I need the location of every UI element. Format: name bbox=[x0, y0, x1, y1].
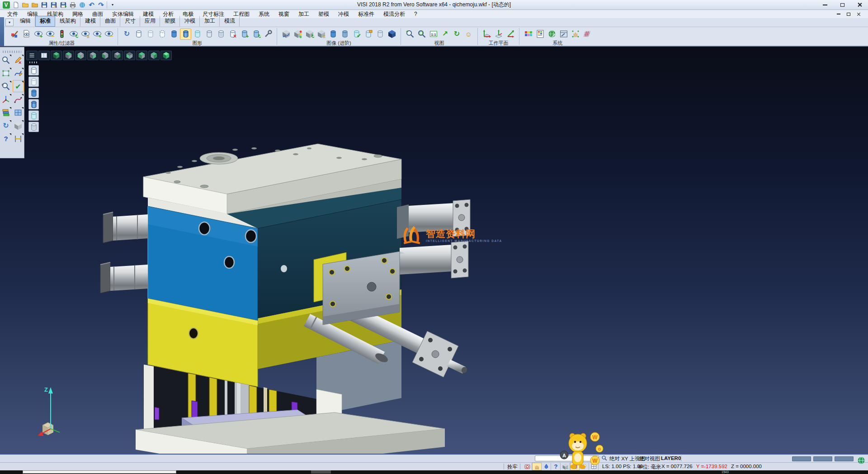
right-view-cube-icon[interactable] bbox=[87, 51, 99, 60]
striped-view-icon[interactable] bbox=[339, 28, 350, 40]
filter-add-icon[interactable]: + bbox=[33, 28, 44, 40]
workplane-align-icon[interactable] bbox=[493, 28, 504, 40]
status-swatch-0[interactable] bbox=[792, 456, 811, 461]
zoom-extents-icon[interactable]: ↗ bbox=[439, 28, 451, 40]
filter-plusminus-icon[interactable]: ± bbox=[80, 28, 91, 40]
selection-frame-icon[interactable] bbox=[0, 67, 12, 79]
ribbon-tab-6[interactable]: 应用 bbox=[140, 16, 160, 27]
tagged-view-icon[interactable] bbox=[363, 28, 374, 40]
options-panel-icon[interactable] bbox=[558, 28, 569, 40]
zoom-window-icon[interactable] bbox=[416, 28, 427, 40]
grab-icon[interactable] bbox=[532, 463, 542, 470]
view-menu-icon[interactable] bbox=[26, 51, 38, 60]
attributes-palette-icon[interactable] bbox=[0, 106, 12, 118]
menu-item-17[interactable]: 模流分析 bbox=[379, 10, 410, 18]
view-window-icon[interactable] bbox=[13, 106, 24, 118]
hidden-line-cylinder-icon[interactable] bbox=[145, 28, 156, 40]
grid-settings-icon[interactable] bbox=[581, 28, 593, 40]
save-copy-icon[interactable]: + bbox=[59, 0, 67, 9]
solid-view-icon[interactable] bbox=[327, 28, 339, 40]
print-icon[interactable] bbox=[68, 0, 77, 9]
measure-distance-icon[interactable] bbox=[13, 133, 24, 145]
render-refresh-icon[interactable]: ↻ bbox=[304, 28, 315, 40]
filter-refresh-icon[interactable]: ↻ bbox=[68, 28, 79, 40]
back-view-cube-icon[interactable] bbox=[112, 51, 123, 60]
hatched-display-icon[interactable] bbox=[28, 122, 39, 132]
erase-pencil-icon[interactable]: × bbox=[13, 54, 24, 66]
minimize-button[interactable] bbox=[816, 0, 834, 9]
show-entities-icon[interactable]: + bbox=[91, 28, 103, 40]
ribbon-tab-8[interactable]: 冲模 bbox=[180, 16, 200, 27]
save-icon[interactable] bbox=[40, 0, 48, 9]
transparent-display-icon[interactable] bbox=[28, 110, 39, 121]
menu-item-12[interactable]: 视窗 bbox=[274, 10, 294, 18]
status-help-icon[interactable]: ? bbox=[551, 463, 561, 470]
iso-front-cube-icon[interactable] bbox=[136, 51, 147, 60]
left-view-cube-icon[interactable] bbox=[99, 51, 111, 60]
sketch-spline-icon[interactable] bbox=[13, 67, 24, 79]
zoom-1-1-icon[interactable]: 1:1 bbox=[428, 28, 439, 40]
graphics-settings-icon[interactable] bbox=[262, 28, 274, 40]
bottom-view-cube-icon[interactable] bbox=[124, 51, 135, 60]
iso-back-cube-icon[interactable] bbox=[148, 51, 160, 60]
workplane-move-icon[interactable] bbox=[505, 28, 516, 40]
regen-refresh-icon[interactable]: ↻ bbox=[0, 119, 12, 132]
curve-edit-icon[interactable] bbox=[13, 93, 24, 105]
ribbon-tab-0[interactable]: 编辑 bbox=[15, 16, 35, 27]
panel-drag-handle[interactable] bbox=[3, 51, 21, 53]
redo-icon[interactable]: ↷ bbox=[97, 0, 105, 9]
render-curve-icon[interactable] bbox=[280, 28, 292, 40]
mdi-close-button[interactable] bbox=[854, 11, 863, 17]
undo-icon[interactable]: ↶ bbox=[87, 0, 96, 9]
render-traffic-icon[interactable] bbox=[292, 28, 303, 40]
layer-manager-icon[interactable] bbox=[534, 28, 546, 40]
menu-item-18[interactable]: ? bbox=[410, 11, 422, 17]
preview-magnifier-icon[interactable] bbox=[0, 54, 12, 66]
status-swatch-2[interactable] bbox=[835, 456, 854, 461]
menu-item-11[interactable]: 系统 bbox=[254, 10, 274, 18]
front-view-cube-icon[interactable] bbox=[75, 51, 86, 60]
3d-viewport[interactable] bbox=[0, 46, 868, 454]
hide-entities-icon[interactable]: − bbox=[103, 28, 114, 40]
ribbon-tab-9[interactable]: 加工 bbox=[200, 16, 220, 27]
ucs-axes-icon[interactable] bbox=[0, 93, 12, 105]
zoom-in-icon[interactable]: + bbox=[404, 28, 415, 40]
mdi-restore-button[interactable] bbox=[844, 11, 854, 17]
hatched-cylinder-icon[interactable] bbox=[215, 28, 226, 40]
import-file-icon[interactable] bbox=[30, 0, 39, 9]
snap-settings-icon[interactable] bbox=[570, 28, 581, 40]
shaded-edges-cylinder-icon[interactable] bbox=[180, 28, 191, 40]
ink-icon[interactable] bbox=[542, 463, 551, 470]
taskbar-window-fragment[interactable] bbox=[23, 470, 176, 474]
wire-view-icon[interactable] bbox=[374, 28, 386, 40]
close-button[interactable] bbox=[851, 0, 868, 9]
shaded-green-cube-icon[interactable] bbox=[160, 51, 172, 60]
ribbon-tab-7[interactable]: 塑膜 bbox=[160, 16, 180, 27]
ribbon-tab-3[interactable]: 建模 bbox=[80, 16, 100, 27]
ribbon-tab-2[interactable]: 线架构 bbox=[55, 16, 80, 27]
help-question-icon[interactable]: ? bbox=[0, 133, 12, 145]
view-refresh-icon[interactable]: ↻ bbox=[451, 28, 462, 40]
visi-logo[interactable]: V bbox=[2, 0, 10, 9]
filter-traffic-light-icon[interactable] bbox=[56, 28, 67, 40]
tab-options-dropdown[interactable]: ▾ bbox=[5, 19, 14, 26]
shaded-cylinder-icon[interactable] bbox=[168, 28, 179, 40]
outline-cylinder-icon[interactable] bbox=[203, 28, 215, 40]
shaded-edges-display-icon[interactable] bbox=[28, 99, 39, 109]
maximize-button[interactable] bbox=[834, 0, 851, 9]
color-palette-icon[interactable] bbox=[523, 28, 534, 40]
layer-indicator[interactable]: LAYER0 bbox=[661, 455, 681, 461]
shaded-display-icon[interactable] bbox=[28, 88, 39, 98]
status-swatch-1[interactable] bbox=[813, 456, 832, 461]
new-document-icon[interactable] bbox=[11, 0, 20, 9]
view-orientation-icon[interactable]: ☺ bbox=[463, 28, 474, 40]
web-update-icon[interactable] bbox=[78, 0, 86, 9]
ribbon-tab-10[interactable]: 模流 bbox=[220, 16, 240, 27]
hidden-line-display-icon[interactable] bbox=[28, 76, 39, 87]
iso-view-icon[interactable] bbox=[51, 51, 62, 60]
solid-cube-icon[interactable] bbox=[13, 119, 24, 132]
copy-graphics-icon[interactable]: + bbox=[239, 28, 250, 40]
open-project-icon[interactable] bbox=[21, 0, 29, 9]
lock-toggle[interactable]: 拴牢 bbox=[507, 464, 518, 470]
regen-solids-icon[interactable]: ↻ bbox=[121, 28, 132, 40]
